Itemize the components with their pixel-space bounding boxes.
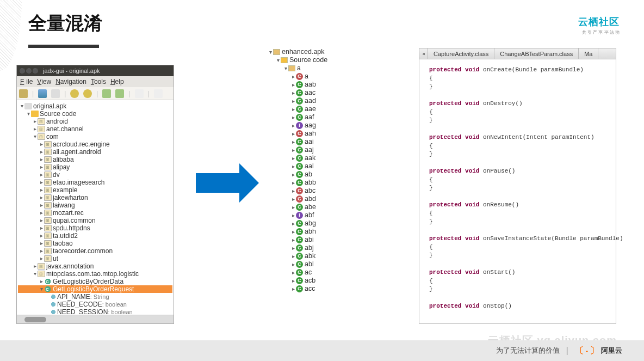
- tree-twist-icon[interactable]: ▸: [39, 224, 44, 232]
- tree-twist-icon[interactable]: ▸: [39, 179, 44, 186]
- tree-item[interactable]: ▸taobao: [18, 240, 172, 247]
- tree-item[interactable]: ▸Caai: [268, 138, 376, 146]
- tree-item[interactable]: ▾com: [18, 133, 172, 140]
- tree-item[interactable]: ▸Caad: [268, 97, 376, 105]
- tree-item[interactable]: ▸spdu.httpdns: [18, 224, 172, 232]
- tree-twist-icon[interactable]: ▸: [290, 105, 296, 113]
- tree-twist-icon[interactable]: ▸: [290, 146, 296, 154]
- tree-item[interactable]: NEED_ECODE : boolean: [18, 301, 172, 308]
- menu-file[interactable]: File: [19, 78, 34, 85]
- deobf-icon[interactable]: [135, 89, 144, 98]
- tree-twist-icon[interactable]: ▸: [290, 113, 296, 121]
- enhanced-tree[interactable]: ▾enhanced.apk▾Source code▾a▸Ca▸Caab▸Caac…: [268, 48, 376, 324]
- tree-item[interactable]: ▾original.apk: [18, 102, 172, 110]
- tree-twist-icon[interactable]: ▾: [26, 110, 31, 118]
- tree-twist-icon[interactable]: ▸: [290, 130, 296, 138]
- tree-item[interactable]: ▸taorecorder.common: [18, 247, 172, 255]
- window-titlebar[interactable]: jadx-gui - original.apk: [17, 65, 174, 76]
- flat-icon[interactable]: [51, 89, 60, 98]
- tree-item[interactable]: ▸Caah: [268, 130, 376, 138]
- tree-item[interactable]: ▸Cabj: [268, 244, 376, 252]
- package-tree[interactable]: ▾original.apk▾Source code▸android▸anet.c…: [17, 100, 174, 315]
- tree-twist-icon[interactable]: ▸: [290, 219, 296, 228]
- tree-twist-icon[interactable]: ▸: [39, 201, 44, 209]
- tree-item[interactable]: ▸Cabc: [268, 187, 376, 195]
- source-code-area[interactable]: protected void onCreate(Bundle paramBund…: [419, 59, 616, 317]
- tree-twist-icon[interactable]: ▸: [290, 72, 296, 81]
- tree-twist-icon[interactable]: ▸: [32, 125, 38, 133]
- tree-twist-icon[interactable]: ▸: [290, 228, 296, 236]
- tree-twist-icon[interactable]: ▸: [290, 260, 296, 268]
- tree-item[interactable]: ▾Source code: [268, 56, 376, 64]
- tree-twist-icon[interactable]: ▸: [290, 138, 296, 146]
- tree-twist-icon[interactable]: ▸: [290, 121, 296, 130]
- sync-icon[interactable]: [38, 89, 47, 98]
- tree-twist-icon[interactable]: ▸: [290, 162, 296, 170]
- tree-item[interactable]: ▸Cacb: [268, 277, 376, 285]
- tree-twist-icon[interactable]: ▸: [290, 195, 296, 203]
- menu-help[interactable]: Help: [109, 78, 125, 85]
- tree-item[interactable]: ▸Caaj: [268, 146, 376, 154]
- tree-item[interactable]: ▸etao.imagesearch: [18, 179, 172, 186]
- tab-capture-activity[interactable]: CaptureActivity.class: [428, 48, 494, 59]
- tree-twist-icon[interactable]: ▸: [39, 255, 44, 262]
- tree-twist-icon[interactable]: ▸: [290, 203, 296, 211]
- horizontal-scrollbar[interactable]: [17, 315, 174, 323]
- tree-item[interactable]: ▸Caak: [268, 154, 376, 162]
- tree-twist-icon[interactable]: ▸: [39, 217, 44, 224]
- tree-twist-icon[interactable]: ▸: [39, 156, 44, 163]
- tree-item[interactable]: ▸Caac: [268, 89, 376, 97]
- menu-tools[interactable]: Tools: [90, 78, 107, 85]
- tree-item[interactable]: ▸GetLogisticByOrderData: [18, 278, 172, 285]
- tree-item[interactable]: ▸Iabf: [268, 211, 376, 219]
- tree-item[interactable]: ▸Caab: [268, 81, 376, 89]
- find-icon[interactable]: [83, 89, 92, 98]
- tree-twist-icon[interactable]: ▸: [39, 232, 44, 240]
- tree-twist-icon[interactable]: ▸: [290, 89, 296, 97]
- tree-twist-icon[interactable]: ▸: [290, 170, 296, 179]
- tree-item[interactable]: ▸Cabb: [268, 179, 376, 187]
- tree-twist-icon[interactable]: ▸: [290, 252, 296, 260]
- tree-item[interactable]: ▾mtopclass.com.tao.mtop.logistic: [18, 270, 172, 278]
- tree-item[interactable]: ▸ta.utdid2: [18, 232, 172, 240]
- tree-item[interactable]: ▸Cabk: [268, 252, 376, 260]
- tree-twist-icon[interactable]: ▸: [290, 268, 296, 277]
- tree-item[interactable]: ▸example: [18, 186, 172, 194]
- tree-item[interactable]: ▾GetLogisticByOrderRequest: [18, 285, 172, 293]
- tree-item[interactable]: ▸Caaf: [268, 113, 376, 121]
- tree-item[interactable]: ▸mozart.rec: [18, 209, 172, 217]
- tree-item[interactable]: ▸alibaba: [18, 156, 172, 163]
- tree-item[interactable]: ▸Cabh: [268, 228, 376, 236]
- tab-scroll-left[interactable]: ◂: [419, 48, 428, 59]
- tree-twist-icon[interactable]: ▸: [290, 236, 296, 244]
- tree-item[interactable]: ▸Cac: [268, 268, 376, 277]
- tree-item[interactable]: ▾a: [268, 64, 376, 72]
- tree-item[interactable]: ▸anet.channel: [18, 125, 172, 133]
- tree-item[interactable]: ▸Cabd: [268, 195, 376, 203]
- tree-item[interactable]: ▸ali.agent.android: [18, 148, 172, 156]
- tree-twist-icon[interactable]: ▸: [290, 154, 296, 162]
- tree-item[interactable]: ▸qupai.common: [18, 217, 172, 224]
- tree-item[interactable]: API_NAME : String: [18, 293, 172, 301]
- tree-item[interactable]: ▸alipay: [18, 163, 172, 171]
- tree-twist-icon[interactable]: ▸: [39, 247, 44, 255]
- tree-twist-icon[interactable]: ▸: [39, 194, 44, 201]
- tree-item[interactable]: ▸jakewharton: [18, 194, 172, 201]
- tree-item[interactable]: ▸Cabe: [268, 203, 376, 211]
- tree-twist-icon[interactable]: ▸: [39, 186, 44, 194]
- tree-item[interactable]: ▸Cabg: [268, 219, 376, 228]
- tab-truncated[interactable]: Ma: [579, 48, 598, 59]
- tree-twist-icon[interactable]: ▸: [39, 163, 44, 171]
- tree-twist-icon[interactable]: ▸: [290, 81, 296, 89]
- forward-icon[interactable]: [115, 89, 124, 98]
- back-icon[interactable]: [102, 89, 111, 98]
- tree-item[interactable]: ▸Ca: [268, 72, 376, 81]
- tree-twist-icon[interactable]: ▾: [283, 64, 288, 72]
- tree-twist-icon[interactable]: ▸: [39, 209, 44, 217]
- menu-navigation[interactable]: Navigation: [54, 78, 88, 85]
- tree-item[interactable]: ▸Cabl: [268, 260, 376, 268]
- tree-twist-icon[interactable]: ▸: [290, 277, 296, 285]
- tab-change-abtest[interactable]: ChangeABTestParam.class: [494, 48, 579, 59]
- tree-item[interactable]: ▾Source code: [18, 110, 172, 118]
- tree-twist-icon[interactable]: ▸: [290, 211, 296, 219]
